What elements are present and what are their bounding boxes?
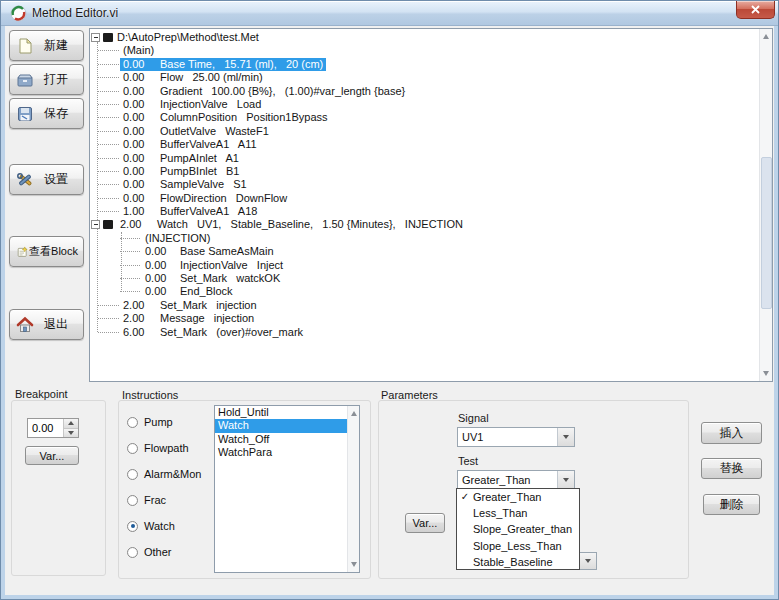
- tree-row[interactable]: 0.00SampleValve S1: [90, 178, 758, 191]
- radio-other[interactable]: Other: [127, 544, 201, 560]
- settings-button[interactable]: 设置: [9, 164, 84, 195]
- method-tree-panel[interactable]: D:\AutoPrep\Method\test.Met(Main)0.00Bas…: [89, 28, 773, 382]
- tree-row[interactable]: 6.00Set_Mark (over)#over_mark: [90, 326, 758, 339]
- spinner-up-button[interactable]: [64, 419, 78, 428]
- list-item[interactable]: Hold_Until: [215, 406, 347, 419]
- dropdown-option[interactable]: Slope_Greater_than: [457, 521, 579, 537]
- scrollbar-up-icon[interactable]: [351, 411, 357, 416]
- scrollbar-up-icon[interactable]: [763, 34, 769, 39]
- new-document-icon: [16, 37, 34, 55]
- tree-row-text: BufferValveA1 A18: [160, 205, 257, 217]
- tree-connector-icon: [98, 50, 119, 51]
- combo-arrow-button[interactable]: [557, 428, 574, 446]
- tree-row-band: 2.00Watch UV1, Stable_Baseline, 1.50 {Mi…: [120, 218, 463, 231]
- scrollbar-down-icon[interactable]: [763, 371, 769, 376]
- tree-row[interactable]: 0.00InjectionValve Load: [90, 98, 758, 111]
- parameters-var-button[interactable]: Var...: [405, 513, 445, 533]
- check-icon: [457, 505, 473, 521]
- tree-row[interactable]: 0.00PumpBInlet B1: [90, 165, 758, 178]
- tree-row[interactable]: 2.00Set_Mark injection: [90, 299, 758, 312]
- tree-row-band: 0.00FlowDirection DownFlow: [123, 192, 287, 205]
- listbox-scrollbar[interactable]: [347, 406, 359, 572]
- tree-row-time: 1.00: [123, 205, 160, 218]
- exit-button[interactable]: 退出: [9, 309, 84, 340]
- insert-button[interactable]: 插入: [701, 422, 762, 444]
- tree-row-band: 0.00InjectionValve Load: [123, 98, 261, 111]
- combo-arrow-button[interactable]: [557, 471, 574, 489]
- tree-row[interactable]: 0.00Flow 25.00 (ml/min): [90, 71, 758, 84]
- radio-pump[interactable]: Pump: [127, 414, 201, 430]
- instruction-listbox[interactable]: Hold_UntilWatchWatch_OffWatchPara: [214, 405, 360, 573]
- dropdown-option[interactable]: Slope_Less_Than: [457, 538, 579, 554]
- spinner-down-icon: [68, 431, 74, 435]
- tree-row[interactable]: 1.00BufferValveA1 A18: [90, 205, 758, 218]
- check-icon: [457, 521, 473, 537]
- tree-connector-icon: [98, 131, 119, 132]
- open-folder-icon: [16, 71, 34, 89]
- tree-row-text: Set_Mark (over)#over_mark: [160, 326, 303, 338]
- signal-combobox[interactable]: UV1: [457, 427, 575, 447]
- list-item[interactable]: Watch: [215, 419, 347, 432]
- radio-frac[interactable]: Frac: [127, 492, 201, 508]
- tree-row[interactable]: D:\AutoPrep\Method\test.Met: [90, 31, 758, 44]
- instruction-category-radios: PumpFlowpathAlarm&MonFracWatchOther: [118, 400, 201, 560]
- dropdown-option[interactable]: ✓Greater_Than: [457, 489, 579, 505]
- spinner-down-button[interactable]: [64, 428, 78, 438]
- tree-row[interactable]: 0.00InjectionValve Inject: [90, 259, 758, 272]
- tree-scrollbar[interactable]: [759, 29, 772, 381]
- tree-row[interactable]: 0.00FlowDirection DownFlow: [90, 192, 758, 205]
- radio-watch[interactable]: Watch: [127, 518, 201, 534]
- test-label: Test: [458, 455, 478, 467]
- scrollbar-thumb[interactable]: [761, 157, 772, 309]
- tree-row-time: 0.00: [123, 85, 160, 98]
- breakpoint-spinner[interactable]: [27, 418, 79, 438]
- radio-flowpath[interactable]: Flowpath: [127, 440, 201, 456]
- tree-row[interactable]: 2.00Watch UV1, Stable_Baseline, 1.50 {Mi…: [90, 218, 758, 231]
- list-item[interactable]: WatchPara: [215, 446, 347, 459]
- replace-button[interactable]: 替换: [701, 458, 762, 479]
- list-item[interactable]: Watch_Off: [215, 433, 347, 446]
- tree-row[interactable]: (INJECTION): [90, 232, 758, 245]
- save-button-label: 保存: [34, 105, 78, 122]
- tree-row-band: 6.00Set_Mark (over)#over_mark: [123, 326, 303, 339]
- breakpoint-value-input[interactable]: [28, 419, 63, 437]
- save-button[interactable]: 保存: [9, 98, 84, 129]
- save-disk-icon: [16, 105, 34, 123]
- tree-row[interactable]: 0.00BufferValveA1 A11: [90, 138, 758, 151]
- view-block-button[interactable]: 查看Block: [9, 236, 84, 267]
- tree-row[interactable]: 0.00Base Time, 15.71 (ml), 20 (cm): [90, 58, 758, 71]
- tree-row-text: Base Time, 15.71 (ml), 20 (cm): [160, 58, 323, 70]
- delete-button[interactable]: 删除: [703, 494, 760, 515]
- tree-row[interactable]: 2.00Message injection: [90, 312, 758, 325]
- test-dropdown-list[interactable]: ✓Greater_ThanLess_ThanSlope_Greater_than…: [456, 488, 580, 570]
- tree-connector-icon: [98, 77, 119, 78]
- close-button[interactable]: [736, 1, 775, 19]
- check-icon: [457, 538, 473, 554]
- tree-row-text: Flow 25.00 (ml/min): [160, 71, 263, 83]
- breakpoint-var-button[interactable]: Var...: [25, 446, 79, 465]
- radio-label: Other: [144, 546, 172, 558]
- tree-row[interactable]: 0.00ColumnPosition Position1Bypass: [90, 111, 758, 124]
- scrollbar-down-icon[interactable]: [351, 562, 357, 567]
- tree-connector-icon: [98, 305, 119, 306]
- test-combobox[interactable]: Greater_Than: [457, 470, 575, 490]
- tree-row[interactable]: 0.00End_Block: [90, 285, 758, 298]
- tree-row[interactable]: (Main): [90, 44, 758, 57]
- tree-expander-icon[interactable]: [91, 33, 100, 42]
- tree-row-time: 0.00: [123, 152, 160, 165]
- tree-row[interactable]: 0.00OutletValve WasteF1: [90, 125, 758, 138]
- radio-alarm-mon[interactable]: Alarm&Mon: [127, 466, 201, 482]
- combo-arrow-button[interactable]: [579, 553, 596, 569]
- tree-row[interactable]: 0.00PumpAInlet A1: [90, 152, 758, 165]
- tree-expander-icon[interactable]: [91, 220, 100, 229]
- open-button[interactable]: 打开: [9, 64, 84, 95]
- new-button[interactable]: 新建: [9, 30, 84, 61]
- tree-row[interactable]: 0.00Base SameAsMain: [90, 245, 758, 258]
- titlebar: Method Editor.vi: [1, 1, 779, 26]
- tree-row-time: 0.00: [123, 178, 160, 191]
- dropdown-option[interactable]: Less_Than: [457, 505, 579, 521]
- dropdown-option[interactable]: Stable_Baseline: [457, 554, 579, 570]
- tree-row-text: (Main): [123, 44, 154, 56]
- tree-row[interactable]: 0.00Set_Mark watckOK: [90, 272, 758, 285]
- tree-row[interactable]: 0.00Gradient 100.00 {B%}, (1.00)#var_len…: [90, 85, 758, 98]
